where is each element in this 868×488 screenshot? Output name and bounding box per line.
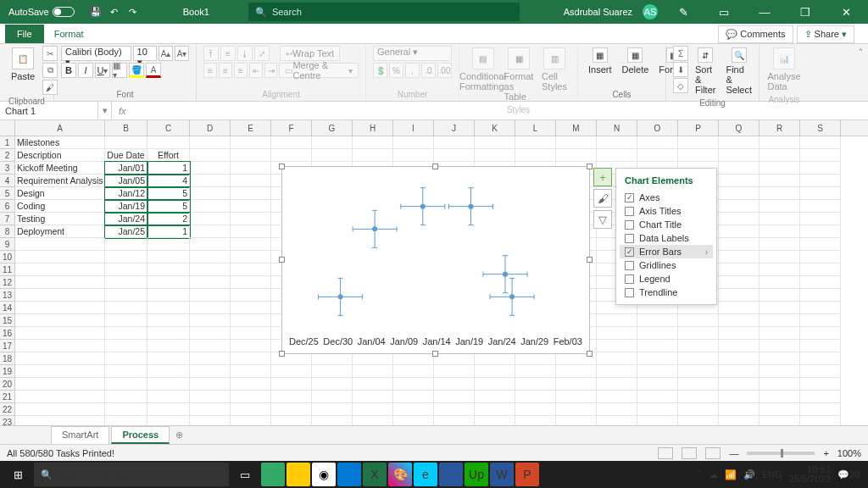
cell[interactable] — [597, 327, 637, 340]
cell[interactable] — [231, 365, 271, 378]
cell[interactable] — [190, 225, 231, 238]
row-header[interactable]: 12 — [0, 276, 15, 289]
cell[interactable] — [15, 276, 105, 289]
column-header[interactable]: G — [312, 120, 353, 136]
cell[interactable] — [190, 378, 231, 391]
cell[interactable] — [597, 403, 637, 416]
align-right-icon[interactable]: ≡ — [234, 63, 248, 78]
edge-icon[interactable]: e — [414, 463, 437, 486]
cell[interactable] — [231, 314, 271, 327]
cell[interactable] — [800, 162, 841, 175]
cell[interactable] — [597, 391, 637, 403]
sort-filter-button[interactable]: ⇵Sort & Filter — [692, 46, 719, 97]
cell[interactable]: Deployment — [15, 225, 105, 238]
cell[interactable] — [105, 378, 147, 391]
cell[interactable] — [190, 238, 231, 251]
cell[interactable] — [231, 391, 271, 403]
cell[interactable] — [15, 391, 105, 403]
cell[interactable]: Testing — [15, 213, 105, 225]
cell[interactable] — [190, 314, 231, 327]
cell[interactable] — [637, 378, 678, 391]
cell[interactable] — [475, 365, 515, 378]
cell[interactable] — [760, 263, 800, 276]
cell[interactable] — [719, 175, 760, 187]
start-button[interactable]: ⊞ — [3, 463, 32, 486]
notifications-icon[interactable]: 💬20 — [837, 469, 860, 480]
cell[interactable] — [271, 136, 312, 149]
delete-cells-button[interactable]: ▦Delete — [619, 46, 653, 76]
cell[interactable] — [760, 340, 800, 352]
word-icon[interactable]: W — [490, 463, 514, 486]
increase-decimal-icon[interactable]: .0 — [421, 63, 436, 78]
cell[interactable] — [556, 403, 597, 416]
cell[interactable] — [760, 136, 800, 149]
row-header[interactable]: 4 — [0, 175, 15, 187]
align-top-icon[interactable]: ⭱ — [203, 46, 219, 61]
cell[interactable] — [190, 263, 231, 276]
cell[interactable] — [597, 136, 637, 149]
cell[interactable] — [515, 136, 556, 149]
cell[interactable] — [719, 200, 760, 213]
zoom-in-icon[interactable]: + — [823, 448, 828, 458]
cell[interactable] — [760, 365, 800, 378]
cell[interactable] — [353, 378, 393, 391]
cell[interactable] — [353, 416, 393, 425]
cell[interactable] — [556, 365, 597, 378]
cell[interactable] — [353, 365, 393, 378]
tray-language[interactable]: ENG — [762, 469, 782, 480]
cell[interactable] — [231, 352, 271, 365]
cell[interactable]: Jan/19 — [105, 200, 147, 213]
cell[interactable] — [719, 352, 760, 365]
cell[interactable] — [719, 403, 760, 416]
column-header[interactable]: N — [597, 120, 637, 136]
worksheet-grid[interactable]: ABCDEFGHIJKLMNOPQRS 1Milestones2Descript… — [0, 120, 868, 425]
cell[interactable] — [678, 365, 719, 378]
cell[interactable] — [760, 149, 800, 162]
cell[interactable] — [475, 416, 515, 425]
cell[interactable] — [719, 225, 760, 238]
cell[interactable] — [800, 238, 841, 251]
chart-element-error-bars[interactable]: ✓Error Bars› — [620, 245, 713, 258]
cell[interactable] — [15, 238, 105, 251]
cell[interactable] — [271, 416, 312, 425]
cell[interactable] — [637, 314, 678, 327]
chart-element-legend[interactable]: Legend — [620, 272, 713, 286]
cell[interactable] — [312, 416, 353, 425]
cell[interactable] — [353, 403, 393, 416]
cell[interactable] — [515, 149, 556, 162]
cell[interactable] — [719, 251, 760, 263]
cell[interactable] — [231, 263, 271, 276]
chart-element-gridlines[interactable]: Gridlines — [620, 258, 713, 272]
cell[interactable]: Milestones — [15, 136, 105, 149]
cell[interactable]: Jan/24 — [105, 213, 147, 225]
cell[interactable] — [434, 352, 475, 365]
cell[interactable]: Jan/01 — [105, 162, 147, 175]
cell[interactable] — [15, 352, 105, 365]
ribbon-mode-icon[interactable]: ▭ — [709, 0, 739, 24]
tray-volume-icon[interactable]: 🔊 — [743, 469, 755, 480]
cell[interactable] — [105, 289, 147, 302]
sheet-tab-process[interactable]: Process — [111, 426, 170, 444]
chart-filters-button[interactable]: ▽ — [593, 210, 612, 229]
cell[interactable]: Due Date — [105, 149, 147, 162]
cell[interactable] — [678, 416, 719, 425]
cell[interactable] — [15, 378, 105, 391]
cell[interactable] — [393, 136, 434, 149]
cell[interactable]: Effort — [147, 149, 190, 162]
row-header[interactable]: 16 — [0, 327, 15, 340]
row-header[interactable]: 9 — [0, 238, 15, 251]
cell[interactable] — [719, 378, 760, 391]
cell[interactable] — [760, 352, 800, 365]
cell[interactable] — [597, 340, 637, 352]
cell[interactable] — [105, 416, 147, 425]
align-center-icon[interactable]: ≡ — [219, 63, 232, 78]
cell[interactable] — [231, 251, 271, 263]
cell[interactable] — [231, 175, 271, 187]
cell[interactable] — [393, 403, 434, 416]
cell[interactable] — [800, 225, 841, 238]
cell[interactable] — [800, 352, 841, 365]
format-as-table-button[interactable]: ▦Format as Table — [503, 46, 535, 103]
cell[interactable] — [190, 175, 231, 187]
excel-icon[interactable]: X — [363, 463, 387, 486]
cell[interactable] — [800, 251, 841, 263]
